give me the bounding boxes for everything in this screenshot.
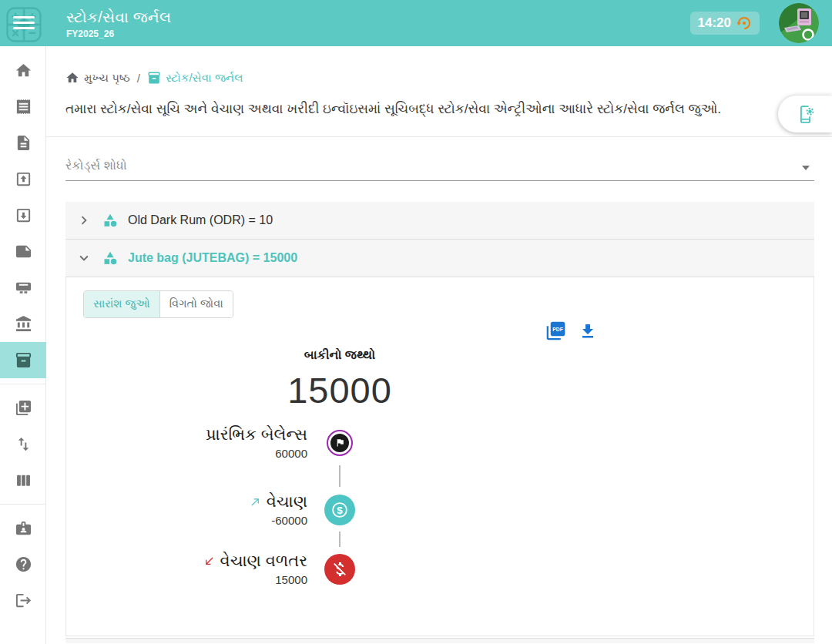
view-toggle: સારાંશ જુઓ વિગતો જોવા — [83, 290, 233, 318]
money-off-icon — [330, 560, 349, 579]
sidebar-divider — [0, 384, 45, 384]
user-avatar[interactable] — [779, 3, 819, 43]
sidebar-item-documents[interactable] — [0, 125, 46, 161]
app-header: સ્ટોક/સેવા જર્નલ FY2025_26 14:20 — [0, 0, 832, 46]
timeline-value: 15000 — [66, 573, 307, 586]
app-root: સ્ટોક/સેવા જર્નલ FY2025_26 14:20 — [0, 0, 832, 644]
flag-icon — [335, 438, 345, 448]
sidebar-item-import-export[interactable] — [0, 426, 46, 462]
history-restore-icon — [736, 15, 752, 31]
breadcrumb-home-link[interactable]: મુખ્ય પૃષ્ઠ — [65, 71, 130, 85]
timeline-sales-return: વેચાણ વળતર 15000 — [66, 552, 357, 586]
money-off-dot — [324, 554, 355, 585]
sidebar-item-help[interactable] — [0, 546, 46, 582]
receipt-icon — [15, 98, 32, 116]
sidebar-item-bank[interactable] — [0, 306, 46, 342]
pos-terminal-icon — [15, 279, 32, 297]
export-pdf-button[interactable]: PDF — [545, 320, 566, 341]
app-settings-fab[interactable] — [778, 96, 832, 132]
category-icon — [102, 250, 118, 266]
retro-computer-avatar — [779, 3, 819, 43]
download-box-icon — [15, 206, 32, 224]
breadcrumb-current[interactable]: સ્ટોક/સેવા જર્નલ — [147, 71, 243, 85]
money-dot: $ — [324, 495, 355, 525]
sidebar-item-add-library[interactable] — [0, 390, 46, 426]
money-circle-icon: $ — [330, 500, 350, 520]
columns-icon — [15, 471, 32, 489]
inventory-box-icon — [15, 351, 32, 369]
sidebar-item-inbox-upload[interactable] — [0, 161, 46, 197]
download-icon — [579, 322, 597, 340]
contact-badge-icon — [15, 519, 32, 537]
timeline-label: પ્રારંભિક બેલેન્સ — [206, 425, 307, 444]
journal-list: Old Dark Rum (ODR) = 10 Jute bag (JUTEBA… — [65, 202, 814, 643]
time-value: 14:20 — [698, 15, 731, 31]
sidebar-item-receipts[interactable] — [0, 89, 46, 125]
timeline-opening-balance: પ્રારંભિક બેલેન્સ 60000 — [66, 425, 357, 460]
svg-text:PDF: PDF — [552, 327, 563, 332]
dropdown-caret-icon[interactable] — [802, 166, 810, 170]
arrow-down-left-icon — [203, 555, 215, 567]
sidebar-item-pos[interactable] — [0, 270, 46, 306]
sidebar-item-contacts[interactable] — [0, 510, 46, 546]
inventory-box-icon — [147, 71, 161, 85]
journal-detail-panel: સારાંશ જુઓ વિગતો જોવા PDF — [65, 277, 814, 636]
timeline-connector — [339, 532, 341, 547]
bank-icon — [15, 315, 32, 333]
timeline-sales: વેચાણ -60000 $ — [66, 492, 357, 527]
note-icon — [15, 243, 32, 260]
help-icon — [15, 555, 32, 573]
balance-summary: બાકીનો જથ્થો 15000 — [66, 348, 613, 411]
swap-vertical-icon — [15, 435, 32, 453]
balance-value: 15000 — [66, 369, 613, 411]
hamburger-icon — [13, 16, 35, 18]
breadcrumb: મુખ્ય પૃષ્ઠ / સ્ટોક/સેવા જર્નલ — [65, 71, 243, 85]
search-input[interactable] — [65, 153, 814, 181]
tab-details-view[interactable]: વિગતો જોવા — [159, 291, 233, 317]
sidebar-item-tables[interactable] — [0, 462, 46, 498]
menu-button[interactable] — [13, 16, 35, 30]
journal-item-label: Old Dark Rum (ODR) = 10 — [128, 213, 273, 227]
arrow-up-right-icon — [250, 496, 261, 508]
document-icon — [15, 134, 32, 152]
time-badge[interactable]: 14:20 — [690, 12, 760, 35]
timeline-label: વેચાણ — [267, 492, 307, 511]
flag-dot — [327, 430, 353, 456]
pdf-export-icon: PDF — [545, 320, 566, 341]
chevron-right-icon — [75, 212, 92, 229]
timeline-value: 60000 — [66, 447, 307, 460]
page-title: સ્ટોક/સેવા જર્નલ — [66, 8, 171, 26]
journal-row-old-dark-rum[interactable]: Old Dark Rum (ODR) = 10 — [65, 202, 814, 240]
svg-text:$: $ — [337, 504, 343, 515]
breadcrumb-current-label: સ્ટોક/સેવા જર્નલ — [166, 71, 243, 85]
sidebar-item-home[interactable] — [0, 52, 46, 89]
balance-label: બાકીનો જથ્થો — [66, 348, 613, 362]
download-button[interactable] — [579, 322, 597, 340]
next-journal-row-partial[interactable] — [65, 638, 814, 643]
search-field — [65, 153, 814, 181]
home-icon — [65, 71, 79, 85]
sidebar-item-stock-journal[interactable] — [0, 342, 46, 378]
sidebar-item-logout[interactable] — [0, 582, 46, 619]
journal-item-label: Jute bag (JUTEBAG) = 15000 — [128, 251, 297, 265]
timeline-label: વેચાણ વળતર — [220, 552, 307, 570]
breadcrumb-home-label: મુખ્ય પૃષ્ઠ — [84, 71, 130, 85]
page-description: તમારા સ્ટોક/સેવા સૂચિ અને વેચાણ અથવા ખરી… — [65, 102, 801, 117]
sidebar-item-notes[interactable] — [0, 233, 46, 270]
stock-timeline: પ્રારંભિક બેલેન્સ 60000 — [66, 425, 357, 586]
category-icon — [102, 213, 118, 228]
chevron-down-icon — [75, 250, 92, 267]
sidebar-item-inbox-download[interactable] — [0, 197, 46, 233]
sidebar-nav — [0, 46, 46, 644]
journal-row-jute-bag[interactable]: Jute bag (JUTEBAG) = 15000 — [65, 240, 814, 277]
tab-summary-view[interactable]: સારાંશ જુઓ — [84, 291, 159, 317]
home-icon — [15, 62, 32, 79]
sidebar-divider — [0, 504, 45, 505]
logout-icon — [15, 592, 32, 609]
main-content: મુખ્ય પૃષ્ઠ / સ્ટોક/સેવા જર્નલ તમારા સ્ટ… — [46, 46, 832, 644]
breadcrumb-separator: / — [137, 72, 140, 85]
upload-box-icon — [15, 170, 32, 188]
library-add-icon — [15, 399, 32, 417]
phone-settings-icon — [795, 104, 816, 125]
section-divider — [46, 136, 832, 137]
